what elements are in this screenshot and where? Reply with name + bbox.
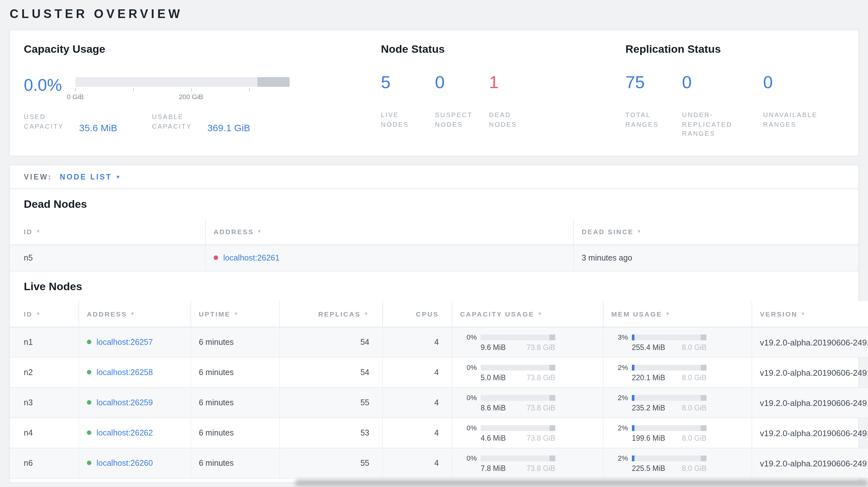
node-replicas: 54 (280, 327, 382, 357)
column-header-uptime[interactable]: UPTIME▼ (191, 301, 280, 327)
sort-arrow-icon: ▼ (257, 229, 262, 233)
usage-bar (632, 425, 707, 431)
node-address-link[interactable]: localhost:26262 (96, 428, 153, 437)
node-address-link[interactable]: localhost:26257 (96, 338, 153, 347)
node-address-cell: localhost:26259 (79, 388, 191, 418)
stat-dead-nodes: 1DEAD NODES (489, 73, 543, 129)
axis-tick (133, 88, 134, 91)
mem-usage-cell: 2%235.2 MiB8.0 GiB (603, 388, 752, 418)
node-address-cell: localhost:26262 (79, 418, 191, 448)
column-header-id[interactable]: ID▼ (10, 219, 206, 245)
usage-values: 7.8 MiB73.8 GiB (480, 464, 555, 472)
usage-bar-fill (632, 364, 634, 370)
stat-total-ranges: 75TOTAL RANGES (625, 73, 682, 139)
live-node-row: n4localhost:262626 minutes5340%4.6 MiB73… (10, 418, 868, 448)
usage-used-value: 9.6 MiB (480, 344, 506, 351)
column-header-label: ID (24, 310, 32, 318)
dead-node-address-link[interactable]: localhost:26261 (223, 254, 280, 262)
live-status-icon (87, 461, 91, 465)
node-uptime: 6 minutes (191, 327, 280, 357)
usage-values: 235.2 MiB8.0 GiB (632, 404, 707, 412)
stat-value: 0 (682, 73, 763, 93)
summary-card: Capacity Usage 0.0% 0 GiB200 GiB USED CA… (9, 30, 859, 156)
column-header-label: VERSION (760, 310, 798, 318)
sort-arrow-icon: ▼ (36, 229, 41, 233)
stat-label: UNAVAILABLE RANGES (763, 111, 821, 129)
column-header-label: ADDRESS (87, 310, 127, 318)
axis-tick (191, 88, 192, 91)
usage-bar-end-segment (701, 364, 707, 370)
view-selector-dropdown[interactable]: NODE LIST ▾ (60, 173, 121, 181)
usage-values: 4.6 MiB73.8 GiB (480, 434, 555, 442)
usage-percent: 2% (611, 424, 628, 432)
page: CLUSTER OVERVIEW Capacity Usage 0.0% 0 G… (0, 0, 868, 487)
usage-bar-end-segment (701, 425, 707, 431)
usage-percent: 2% (611, 363, 628, 371)
usage-total-value: 73.8 GiB (527, 374, 556, 382)
replication-status-title: Replication Status (625, 43, 844, 56)
sort-arrow-icon: ▼ (537, 312, 543, 316)
stat-unavailable-ranges: 0UNAVAILABLE RANGES (763, 73, 834, 139)
column-header-mem-usage[interactable]: MEM USAGE▼ (603, 301, 752, 327)
usage-used-value: 235.2 MiB (632, 404, 665, 412)
column-header-dead-since[interactable]: DEAD SINCE▼ (574, 219, 858, 245)
column-header-address[interactable]: ADDRESS▼ (206, 219, 574, 245)
usage-total-value: 73.8 GiB (527, 344, 556, 351)
usage-total-value: 73.8 GiB (527, 404, 556, 412)
usage-bar-end-segment (701, 334, 707, 340)
node-status-stats: 5LIVE NODES0SUSPECT NODES1DEAD NODES (381, 73, 625, 129)
node-uptime: 6 minutes (191, 448, 280, 478)
usage-percent: 2% (611, 454, 628, 462)
view-selector-value: NODE LIST (60, 173, 112, 181)
column-header-capacity-usage[interactable]: CAPACITY USAGE▼ (452, 301, 603, 327)
node-version: v19.2.0-alpha.20190606-2491-gfe735c9a97 (752, 357, 868, 388)
node-cpus: 4 (382, 357, 452, 388)
usage-percent: 0% (460, 394, 477, 401)
nodes-card: VIEW: NODE LIST ▾ Dead Nodes ID▼ADDRESS▼… (9, 165, 859, 483)
usage-bar (632, 334, 707, 340)
mem-usage-cell: 2%225.5 MiB8.0 GiB (603, 448, 752, 478)
node-address-link[interactable]: localhost:26259 (96, 398, 153, 407)
node-replicas: 55 (280, 388, 382, 418)
node-address-link[interactable]: localhost:26258 (96, 368, 153, 377)
column-header-id[interactable]: ID▼ (10, 301, 79, 327)
node-status-section: Node Status 5LIVE NODES0SUSPECT NODES1DE… (374, 43, 625, 143)
stat-value: 0 (763, 73, 834, 93)
usage-values: 220.1 MiB8.0 GiB (632, 374, 707, 382)
capacity-stat-usable-capacity: USABLE CAPACITY369.1 GiB (152, 112, 250, 131)
usage-total-value: 8.0 GiB (682, 464, 707, 472)
node-address-link[interactable]: localhost:26260 (96, 459, 153, 468)
dead-node-id: n5 (10, 245, 206, 271)
usage-used-value: 7.8 MiB (480, 464, 506, 472)
column-header-version[interactable]: VERSION▼ (752, 301, 868, 327)
usage-bar-end-segment (550, 395, 555, 400)
page-title: CLUSTER OVERVIEW (0, 0, 868, 21)
live-node-row: n3localhost:262596 minutes5540%8.6 MiB73… (10, 388, 868, 418)
capacity-usage-title: Capacity Usage (24, 43, 374, 56)
column-header-label: ID (24, 228, 32, 235)
usage-used-value: 220.1 MiB (632, 374, 665, 382)
usage-bar (480, 395, 555, 400)
usage-row: 0% (460, 363, 595, 371)
sort-arrow-icon: ▼ (637, 229, 643, 233)
live-nodes-table: ID▼ADDRESS▼UPTIME▼REPLICAS▼CPUSCAPACITY … (10, 301, 868, 479)
usage-total-value: 73.8 GiB (527, 464, 556, 472)
usage-bar (480, 364, 555, 370)
usage-bar-end-segment (550, 364, 555, 370)
usage-percent: 0% (460, 363, 477, 371)
usage-bar (632, 455, 707, 461)
node-address-cell: localhost:26260 (79, 448, 191, 478)
node-id: n4 (10, 418, 79, 448)
usage-total-value: 8.0 GiB (682, 374, 707, 382)
column-header-address[interactable]: ADDRESS▼ (79, 301, 191, 327)
capacity-usage-cell: 0%9.6 MiB73.8 GiB (452, 327, 603, 357)
live-status-icon (87, 370, 91, 375)
column-header-replicas[interactable]: REPLICAS▼ (280, 301, 382, 327)
usage-row: 2% (611, 454, 744, 462)
usage-bar (480, 425, 555, 431)
stat-value: 5 (381, 73, 435, 93)
node-uptime: 6 minutes (191, 418, 280, 448)
dead-node-since: 3 minutes ago (574, 245, 858, 271)
usage-values: 255.4 MiB8.0 GiB (632, 344, 707, 351)
usage-row: 0% (460, 333, 595, 341)
